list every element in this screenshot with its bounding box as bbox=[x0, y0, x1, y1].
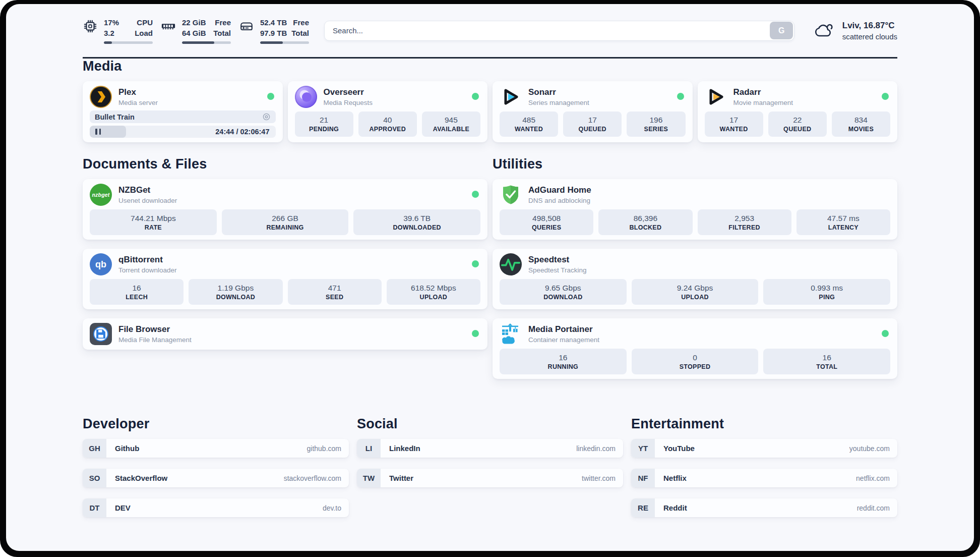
memory-values: 22 GiB64 GiB bbox=[182, 17, 206, 38]
app-card-sonarr[interactable]: Sonarr Series management 485WANTED 17QUE… bbox=[493, 81, 693, 142]
bookmark-name: YouTube bbox=[663, 444, 695, 453]
plex-header: Plex Media server bbox=[90, 86, 276, 108]
stat-pill: 39.6 TBDOWNLOADED bbox=[353, 209, 480, 235]
stat-pill: 47.57 msLATENCY bbox=[797, 209, 890, 235]
sonarr-stats: 485WANTED 17QUEUED 196SERIES bbox=[500, 112, 686, 137]
qbittorrent-header: qb qBittorrent Torrent downloader bbox=[90, 253, 480, 275]
stat-pill: 9.65 GbpsDOWNLOAD bbox=[500, 279, 627, 305]
app-name: NZBGet bbox=[118, 185, 177, 196]
app-card-qbittorrent[interactable]: qb qBittorrent Torrent downloader 16LEEC… bbox=[83, 249, 487, 309]
stat-pill: 2,953FILTERED bbox=[698, 209, 791, 235]
radarr-titles: Radarr Movie management bbox=[733, 87, 793, 107]
stat-pill: 618.52 MbpsUPLOAD bbox=[387, 279, 480, 305]
radarr-icon bbox=[705, 86, 727, 108]
bookmark-abbr: SO bbox=[83, 469, 106, 487]
bookmark-abbr: DT bbox=[83, 498, 106, 517]
bookmark-abbr: TW bbox=[357, 469, 381, 487]
section-title-utilities: Utilities bbox=[493, 156, 897, 172]
status-indicator bbox=[267, 93, 274, 100]
stat-pill: 16LEECH bbox=[90, 279, 183, 305]
memory-labels: FreeTotal bbox=[213, 17, 231, 38]
app-card-portainer[interactable]: Media Portainer Container management 16R… bbox=[493, 318, 897, 379]
app-name: Media Portainer bbox=[528, 324, 599, 335]
speedtest-stats: 9.65 GbpsDOWNLOAD 9.24 GbpsUPLOAD 0.993 … bbox=[500, 279, 890, 305]
app-description: Media server bbox=[118, 98, 158, 107]
section-title-social: Social bbox=[357, 416, 623, 432]
bookmark-url: youtube.com bbox=[849, 444, 890, 453]
bookmark-url: twitter.com bbox=[582, 474, 616, 482]
qbittorrent-icon-text: qb bbox=[95, 259, 106, 270]
section-title-entertainment: Entertainment bbox=[631, 416, 897, 432]
app-description: Speedtest Tracking bbox=[528, 266, 587, 275]
section-title-developer: Developer bbox=[83, 416, 349, 432]
bookmark-abbr: RE bbox=[631, 498, 655, 517]
app-card-radarr[interactable]: Radarr Movie management 17WANTED 22QUEUE… bbox=[698, 81, 898, 142]
bookmark-linkedin[interactable]: LI LinkedIn linkedin.com bbox=[357, 439, 623, 458]
bookmark-name: Github bbox=[115, 444, 139, 453]
cpu-values: 17%3.2 bbox=[104, 17, 119, 38]
disk-stat: 52.4 TB97.9 TB FreeTotal bbox=[239, 17, 309, 44]
bookmark-netflix[interactable]: NF Netflix netflix.com bbox=[631, 469, 897, 487]
sonarr-icon bbox=[500, 86, 522, 108]
status-indicator bbox=[472, 330, 479, 337]
nzbget-icon-text: nzbget bbox=[92, 192, 109, 198]
stat-pill: 744.21 MbpsRATE bbox=[90, 209, 217, 235]
stat-pill: 471SEED bbox=[288, 279, 382, 305]
qbittorrent-icon: qb bbox=[90, 253, 112, 275]
bookmark-reddit[interactable]: RE Reddit reddit.com bbox=[631, 498, 897, 517]
app-card-plex[interactable]: Plex Media server Bullet Train 24:44 / 0… bbox=[83, 81, 283, 142]
speedtest-pulse-icon bbox=[500, 253, 522, 275]
topbar: 17%3.2 CPULoad bbox=[83, 17, 897, 44]
weather-location: Lviv, 16.87°C bbox=[842, 21, 897, 31]
media-cards-row: Plex Media server Bullet Train 24:44 / 0… bbox=[83, 81, 897, 142]
bookmark-dev[interactable]: DT DEV dev.to bbox=[83, 498, 349, 517]
bookmark-name: Reddit bbox=[663, 504, 687, 512]
bookmark-name: LinkedIn bbox=[389, 444, 420, 453]
app-card-adguard[interactable]: AdGuard Home DNS and adblocking 498,508Q… bbox=[493, 179, 897, 240]
qbittorrent-titles: qBittorrent Torrent downloader bbox=[118, 254, 177, 275]
bookmark-abbr: YT bbox=[631, 439, 655, 458]
app-description: Usenet downloader bbox=[118, 196, 177, 205]
stat-pill: 266 GBREMAINING bbox=[222, 209, 349, 235]
pause-icon[interactable] bbox=[95, 129, 101, 135]
portainer-titles: Media Portainer Container management bbox=[528, 324, 599, 345]
bookmark-stackoverflow[interactable]: SO StackOverflow stackoverflow.com bbox=[83, 469, 349, 487]
app-card-speedtest[interactable]: Speedtest Speedtest Tracking 9.65 GbpsDO… bbox=[493, 249, 897, 309]
bookmark-abbr: GH bbox=[83, 439, 106, 458]
status-indicator bbox=[882, 330, 889, 337]
sonarr-titles: Sonarr Series management bbox=[528, 87, 589, 107]
bookmark-twitter[interactable]: TW Twitter twitter.com bbox=[357, 469, 623, 487]
stat-pill: 498,508QUERIES bbox=[500, 209, 593, 235]
app-name: Overseerr bbox=[324, 87, 373, 98]
plex-titles: Plex Media server bbox=[118, 87, 158, 107]
search-input[interactable] bbox=[324, 21, 794, 41]
cloud-icon bbox=[812, 19, 836, 43]
bookmark-name: Netflix bbox=[663, 474, 687, 482]
stat-pill: 1.19 GbpsDOWNLOAD bbox=[189, 279, 282, 305]
memory-stat: 22 GiB64 GiB FreeTotal bbox=[161, 17, 231, 44]
system-stats: 17%3.2 CPULoad bbox=[83, 17, 309, 44]
portainer-stats: 16RUNNING 0STOPPED 16TOTAL bbox=[500, 349, 890, 374]
dashboard-page: 17%3.2 CPULoad bbox=[6, 4, 974, 551]
speedtest-titles: Speedtest Speedtest Tracking bbox=[528, 254, 587, 275]
overseerr-header: Overseerr Media Requests bbox=[295, 86, 481, 108]
app-card-overseerr[interactable]: Overseerr Media Requests 21PENDING 40APP… bbox=[288, 81, 488, 142]
radarr-stats: 17WANTED 22QUEUED 834MOVIES bbox=[705, 112, 891, 137]
disk-values: 52.4 TB97.9 TB bbox=[260, 17, 287, 38]
app-description: Container management bbox=[528, 336, 599, 345]
adguard-stats: 498,508QUERIES 86,396BLOCKED 2,953FILTER… bbox=[500, 209, 890, 235]
app-card-nzbget[interactable]: nzbget NZBGet Usenet downloader 744.21 M… bbox=[83, 179, 487, 240]
search-engine-button[interactable]: G bbox=[770, 22, 793, 39]
bookmark-abbr: LI bbox=[357, 439, 381, 458]
bookmark-youtube[interactable]: YT YouTube youtube.com bbox=[631, 439, 897, 458]
developer-bookmarks: Developer GH Github github.com SO StackO… bbox=[83, 416, 349, 528]
app-card-filebrowser[interactable]: File Browser Media File Management bbox=[83, 318, 487, 350]
status-indicator bbox=[677, 93, 684, 100]
bookmark-url: github.com bbox=[307, 444, 341, 453]
bookmark-github[interactable]: GH Github github.com bbox=[83, 439, 349, 458]
bookmark-abbr: NF bbox=[631, 469, 655, 487]
filebrowser-header: File Browser Media File Management bbox=[90, 323, 480, 345]
disk-stat-body: 52.4 TB97.9 TB FreeTotal bbox=[260, 17, 309, 44]
adguard-shield-icon bbox=[500, 184, 522, 206]
stat-pill: 196SERIES bbox=[627, 112, 685, 137]
